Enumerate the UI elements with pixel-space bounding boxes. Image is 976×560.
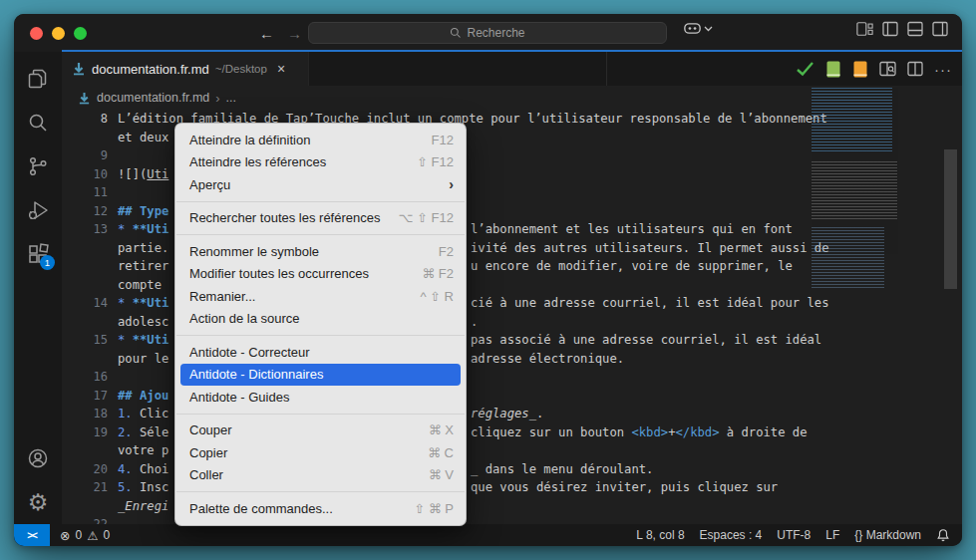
sidebar-item-source-control[interactable]: [14, 144, 62, 188]
errors-count: 0: [75, 528, 82, 542]
remote-icon: ><: [27, 530, 37, 541]
line-number: 21: [62, 478, 108, 497]
code-token: partie.: [118, 241, 168, 255]
chevron-down-icon: [704, 26, 713, 32]
context-menu-item[interactable]: Renommer le symboleF2: [175, 240, 466, 263]
code-token: Clic: [140, 407, 168, 420]
errors-icon: ⊗: [60, 528, 70, 543]
tab-label: documentation.fr.md: [92, 62, 209, 77]
code-text: [108, 368, 118, 387]
code-text-right: que vous désirez inviter, puis cliquez s…: [471, 478, 778, 497]
close-tab-icon[interactable]: ×: [277, 61, 285, 77]
extensions-badge: 1: [40, 255, 55, 270]
code-text: 1. Clic: [108, 405, 168, 423]
menu-item-shortcut: ^ ⇧ R: [420, 289, 454, 304]
code-token: **Uti: [133, 222, 169, 236]
copilot-menu[interactable]: [684, 21, 713, 36]
code-token: que vous désirez inviter, puis cliquez s…: [471, 480, 778, 494]
sidebar-item-run-debug[interactable]: [14, 188, 62, 232]
context-menu-item[interactable]: Action de la source: [175, 308, 466, 331]
context-menu-item[interactable]: Atteindre les références⇧ F12: [175, 151, 466, 174]
code-text: retirer: [108, 257, 168, 276]
code-text: [108, 183, 118, 202]
sidebar-item-explorer[interactable]: [14, 57, 62, 101]
antidote-dictionaries-book-icon[interactable]: [825, 61, 841, 78]
code-text: et deux: [108, 129, 168, 147]
context-menu-item[interactable]: Aperçu›: [175, 173, 466, 196]
vertical-scrollbar[interactable]: [944, 149, 957, 289]
cursor-position[interactable]: L 8, col 8: [636, 528, 684, 542]
gear-icon: ⚙: [28, 491, 49, 514]
split-editor-icon[interactable]: [907, 61, 923, 77]
antidote-guides-book-icon[interactable]: [852, 61, 868, 78]
context-menu-item[interactable]: Modifier toutes les occurrences⌘ F2: [175, 263, 466, 286]
code-token: pas associé à une adresse courriel, il e…: [471, 333, 821, 347]
menu-separator: [176, 414, 465, 415]
context-menu-item[interactable]: Remanier...^ ⇧ R: [175, 285, 466, 308]
breadcrumb-more[interactable]: ...: [226, 91, 236, 105]
menu-item-label: Rechercher toutes les références: [189, 210, 399, 225]
line-number: [62, 441, 108, 460]
forward-icon[interactable]: →: [287, 25, 302, 42]
eol-sequence[interactable]: LF: [825, 528, 839, 542]
code-token: 1.: [118, 407, 140, 420]
code-text-right: u encore de modifier, voire de supprimer…: [471, 257, 793, 276]
toggle-primary-sidebar-icon[interactable]: [882, 21, 898, 37]
menu-item-label: Atteindre les références: [189, 154, 417, 169]
code-token: **Uti: [133, 296, 169, 310]
minimize-window-button[interactable]: [52, 27, 65, 40]
remote-indicator[interactable]: ><: [14, 524, 50, 546]
menu-item-label: Copier: [189, 445, 428, 460]
vscode-window: ← → Recherche: [14, 14, 962, 546]
context-menu-item[interactable]: Antidote - Dictionnaires: [180, 364, 461, 387]
back-icon[interactable]: ←: [259, 25, 274, 42]
code-text: 2. Séle: [108, 423, 168, 442]
code-token: u encore de modifier, voire de supprimer…: [471, 259, 793, 273]
more-actions-icon[interactable]: ···: [934, 61, 952, 78]
settings-button[interactable]: ⚙: [14, 480, 62, 524]
context-menu-item[interactable]: Atteindre la définitionF12: [175, 129, 466, 151]
close-window-button[interactable]: [30, 27, 43, 40]
encoding[interactable]: UTF-8: [777, 528, 811, 542]
indentation[interactable]: Espaces : 4: [700, 528, 763, 542]
titlebar: ← → Recherche: [14, 14, 962, 52]
code-token: *: [118, 333, 133, 347]
menu-item-label: Action de la source: [189, 311, 454, 326]
line-number: [62, 239, 108, 258]
language-mode[interactable]: {} Markdown: [854, 528, 921, 542]
status-bar: >< ⊗ 0 ⚠ 0 L 8, col 8 Espaces : 4 UTF-8 …: [14, 524, 962, 546]
context-menu-item[interactable]: Rechercher toutes les références⌥ ⇧ F12: [175, 207, 466, 230]
warnings-count: 0: [103, 528, 110, 542]
sidebar-item-search[interactable]: [14, 101, 62, 144]
sidebar-item-extensions[interactable]: 1: [14, 232, 62, 276]
code-token: cié à une adresse courriel, il est idéal…: [471, 296, 829, 310]
tab-documentation-fr-md[interactable]: documentation.fr.md ~/Desktop ×: [62, 52, 309, 86]
problems-status[interactable]: ⊗ 0 ⚠ 0: [60, 528, 110, 543]
breadcrumb-file[interactable]: documentation.fr.md: [97, 91, 209, 105]
customize-layout-icon[interactable]: [856, 21, 873, 37]
toggle-panel-icon[interactable]: [907, 21, 923, 37]
toggle-secondary-sidebar-icon[interactable]: [932, 21, 948, 37]
code-token: *: [118, 296, 133, 310]
menu-item-shortcut: ⌘ V: [429, 467, 454, 482]
context-menu-item[interactable]: Palette de commandes...⇧ ⌘ P: [175, 497, 466, 520]
context-menu-item[interactable]: Copier⌘ C: [175, 441, 466, 464]
menu-item-shortcut: ⇧ F12: [417, 154, 454, 169]
command-center-search[interactable]: Recherche: [308, 22, 667, 44]
context-menu-item[interactable]: Coller⌘ V: [175, 464, 466, 487]
code-token: ![](: [118, 167, 147, 181]
line-number: 19: [62, 423, 108, 442]
line-number: 18: [62, 405, 108, 423]
context-menu-item[interactable]: Antidote - Guides: [175, 386, 466, 409]
notifications-bell-icon[interactable]: [936, 528, 950, 542]
open-preview-icon[interactable]: [879, 61, 896, 77]
context-menu-item[interactable]: Couper⌘ X: [175, 420, 466, 442]
context-menu-item[interactable]: Antidote - Correcteur: [175, 341, 466, 364]
breadcrumb[interactable]: documentation.fr.md › ...: [62, 86, 962, 110]
zoom-window-button[interactable]: [74, 27, 87, 40]
antidote-corrector-check-icon[interactable]: [796, 61, 814, 77]
line-number: [62, 257, 108, 276]
accounts-button[interactable]: [14, 436, 62, 480]
code-token: l’abonnement et les utilisateurs qui en …: [471, 222, 793, 236]
code-text: 5. Insc: [108, 478, 168, 497]
